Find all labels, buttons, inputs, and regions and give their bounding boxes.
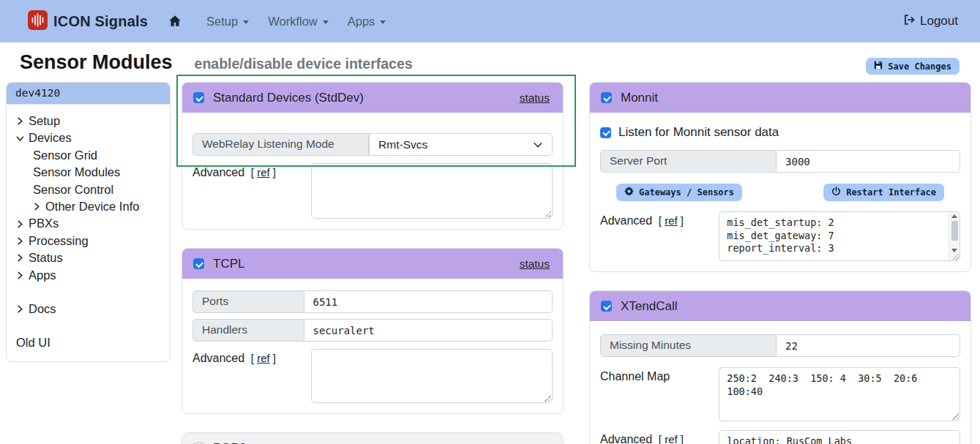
panel-title: Standard Devices (StdDev) xyxy=(213,91,364,105)
sidebar-item-apps[interactable]: Apps xyxy=(16,267,165,284)
caret-down-icon xyxy=(380,20,386,24)
caret-down-icon xyxy=(243,20,249,24)
sidebar-item-pbxs[interactable]: PBXs xyxy=(16,215,165,232)
panel-title: XTendCall xyxy=(621,299,678,314)
listen-label: Listen for Monnit sensor data xyxy=(618,125,779,140)
nav-item-label: Workflow xyxy=(268,15,318,29)
panel-monnit-body: Listen for Monnit sensor data Server Por… xyxy=(590,113,970,271)
gateways-sensors-button[interactable]: Gateways / Sensors xyxy=(616,184,742,201)
stddev-status-link[interactable]: status xyxy=(520,91,550,105)
sidebar-item-other-device-info[interactable]: Other Device Info xyxy=(16,198,165,215)
panel-pop3: POP3 xyxy=(182,432,564,444)
sidebar-item-label: Processing xyxy=(29,233,89,249)
sidebar-item-sensor-grid[interactable]: Sensor Grid xyxy=(16,147,165,164)
missing-minutes-label: Missing Minutes xyxy=(600,334,777,357)
scroll-up-icon[interactable] xyxy=(951,214,957,218)
monnit-enabled-checkbox[interactable] xyxy=(601,92,612,103)
listen-checkbox[interactable] xyxy=(600,127,611,138)
ref-link[interactable]: ref xyxy=(665,214,678,227)
channel-map-textarea[interactable]: 250:2 240:3 150: 4 30:5 20:6 100:40 xyxy=(719,367,960,421)
ports-input[interactable] xyxy=(304,290,553,313)
nav-item-workflow[interactable]: Workflow xyxy=(268,15,329,29)
sidebar-item-label: Docs xyxy=(29,301,56,317)
tcpl-enabled-checkbox[interactable] xyxy=(193,258,204,269)
save-changes-button[interactable]: Save Changes xyxy=(866,58,960,75)
webrelay-select[interactable]: Rmt-Svcs xyxy=(369,133,553,156)
save-icon xyxy=(874,61,883,72)
panel-title: POP3 xyxy=(213,441,246,444)
sidebar-item-old-ui[interactable]: Old UI xyxy=(16,334,165,351)
panel-monnit-header: Monnit xyxy=(590,83,970,113)
sidebar-item-label: Sensor Grid xyxy=(33,147,97,164)
sidebar-item-docs[interactable]: Docs xyxy=(16,301,165,317)
xtendcall-advanced-row: Advanced [ ref ] location: RusCom Labs xyxy=(600,430,960,444)
scroll-down-icon[interactable] xyxy=(951,249,957,252)
panel-xtendcall-header: XTendCall xyxy=(590,291,970,321)
sidebar-item-devices[interactable]: Devices xyxy=(16,129,165,146)
stddev-enabled-checkbox[interactable] xyxy=(193,92,204,103)
nav-item-apps[interactable]: Apps xyxy=(348,15,386,29)
server-port-row: Server Port xyxy=(600,150,960,173)
sidebar-item-label: Apps xyxy=(29,267,56,284)
scrollbar[interactable] xyxy=(949,212,960,260)
sidebar-item-label: Setup xyxy=(29,113,60,129)
chevron-down-icon xyxy=(16,135,29,143)
brand[interactable]: ICON Signals xyxy=(28,10,148,33)
ports-label: Ports xyxy=(192,290,304,313)
restart-interface-label: Restart Interface xyxy=(846,187,936,197)
nav-item-label: Apps xyxy=(348,15,375,29)
chevron-right-icon xyxy=(33,203,45,211)
nav-item-setup[interactable]: Setup xyxy=(206,15,249,29)
handlers-label: Handlers xyxy=(192,319,304,342)
panel-xtendcall: XTendCall Missing Minutes Channel Map 25… xyxy=(589,290,971,444)
restart-interface-button[interactable]: Restart Interface xyxy=(823,184,944,201)
monnit-advanced-textarea[interactable]: mis_det_startup: 2 mis_det_gateway: 7 re… xyxy=(719,211,960,261)
panel-monnit: Monnit Listen for Monnit sensor data Ser… xyxy=(589,82,971,272)
ref-link[interactable]: ref xyxy=(257,352,270,364)
panel-stddev-body: WebRelay Listening Mode Rmt-Svcs Advance… xyxy=(182,113,563,229)
tcpl-status-link[interactable]: status xyxy=(520,257,550,271)
chevron-right-icon xyxy=(16,271,29,279)
stddev-advanced-textarea[interactable] xyxy=(311,163,553,219)
stddev-advanced-wrap xyxy=(311,163,553,219)
ports-row: Ports xyxy=(192,290,553,313)
missing-minutes-input[interactable] xyxy=(777,334,960,357)
sidebar-item-label: Sensor Control xyxy=(33,181,113,198)
panel-stddev-header: Standard Devices (StdDev) status xyxy=(182,83,563,113)
panel-pop3-header: POP3 xyxy=(182,433,563,444)
home-icon[interactable] xyxy=(168,15,182,28)
chevron-right-icon xyxy=(16,117,29,125)
nav-menu: Setup Workflow Apps xyxy=(187,15,386,29)
sidebar-item-setup[interactable]: Setup xyxy=(16,113,165,129)
webrelay-selected-value: Rmt-Svcs xyxy=(378,138,427,151)
tcpl-advanced-textarea[interactable] xyxy=(311,349,553,403)
save-label: Save Changes xyxy=(888,61,951,72)
panel-tcpl-body: Ports Handlers Advanced [ ref ] xyxy=(182,279,563,413)
chevron-right-icon xyxy=(16,254,29,262)
xtendcall-advanced-textarea[interactable]: location: RusCom Labs xyxy=(719,430,960,444)
monnit-buttons-row: Gateways / Sensors Restart Interface xyxy=(600,184,960,201)
sidebar-item-processing[interactable]: Processing xyxy=(16,233,165,249)
handlers-input[interactable] xyxy=(304,319,553,342)
tcpl-advanced-wrap xyxy=(311,349,553,403)
sidebar-item-label: Devices xyxy=(29,129,72,146)
sidebar-item-sensor-modules[interactable]: Sensor Modules xyxy=(16,164,165,181)
caret-down-icon xyxy=(323,20,329,24)
sidebar-item-status[interactable]: Status xyxy=(16,249,165,266)
nav-item-label: Setup xyxy=(206,15,238,29)
ref-link[interactable]: ref xyxy=(665,433,678,444)
ref-link[interactable]: ref xyxy=(257,166,270,178)
advanced-label: Advanced [ ref ] xyxy=(600,430,719,444)
navbar: ICON Signals Setup Workflow Apps Logout xyxy=(0,0,980,42)
xtendcall-advanced-wrap: location: RusCom Labs xyxy=(719,430,960,444)
monnit-advanced-wrap: mis_det_startup: 2 mis_det_gateway: 7 re… xyxy=(719,211,960,261)
channel-map-row: Channel Map 250:2 240:3 150: 4 30:5 20:6… xyxy=(600,367,960,421)
stddev-advanced-row: Advanced [ ref ] xyxy=(192,163,553,219)
sidebar-item-sensor-control[interactable]: Sensor Control xyxy=(16,181,165,198)
server-port-input[interactable] xyxy=(777,150,960,173)
panel-xtendcall-body: Missing Minutes Channel Map 250:2 240:3 … xyxy=(590,321,970,444)
webrelay-row: WebRelay Listening Mode Rmt-Svcs xyxy=(192,133,553,156)
scrollbar-thumb[interactable] xyxy=(951,221,958,241)
logout-button[interactable]: Logout xyxy=(903,14,958,29)
xtendcall-enabled-checkbox[interactable] xyxy=(601,301,612,312)
